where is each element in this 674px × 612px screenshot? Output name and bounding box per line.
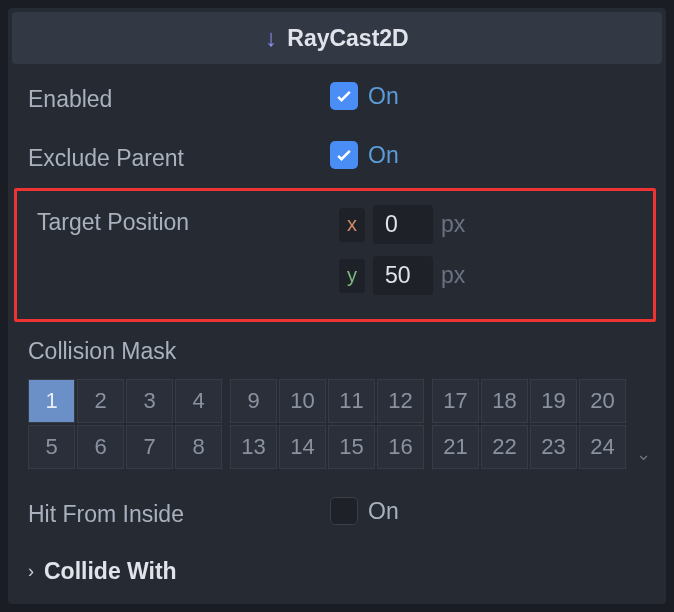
exclude-parent-label: Exclude Parent bbox=[28, 141, 318, 172]
mask-layer-13[interactable]: 13 bbox=[230, 425, 277, 469]
mask-layer-10[interactable]: 10 bbox=[279, 379, 326, 423]
target-position-y-input[interactable]: 50 bbox=[373, 256, 433, 295]
exclude-parent-checkbox[interactable] bbox=[330, 141, 358, 169]
mask-group: 12345678 bbox=[28, 379, 222, 469]
y-unit: px bbox=[441, 262, 465, 289]
target-position-y-row: y 50 px bbox=[339, 256, 633, 295]
mask-layer-8[interactable]: 8 bbox=[175, 425, 222, 469]
target-position-x-input[interactable]: 0 bbox=[373, 205, 433, 244]
mask-layer-23[interactable]: 23 bbox=[530, 425, 577, 469]
mask-layer-20[interactable]: 20 bbox=[579, 379, 626, 423]
mask-layer-1[interactable]: 1 bbox=[28, 379, 75, 423]
mask-layer-2[interactable]: 2 bbox=[77, 379, 124, 423]
property-collision-mask: Collision Mask 1234567891011121314151617… bbox=[8, 324, 666, 483]
x-axis-label: x bbox=[339, 208, 365, 242]
mask-layer-18[interactable]: 18 bbox=[481, 379, 528, 423]
chevron-down-icon[interactable]: ⌄ bbox=[636, 443, 651, 469]
property-exclude-parent: Exclude Parent On bbox=[8, 127, 666, 186]
mask-layer-24[interactable]: 24 bbox=[579, 425, 626, 469]
inspector-panel: ↓ RayCast2D Enabled On Exclude Parent On… bbox=[8, 8, 666, 604]
section-header[interactable]: ↓ RayCast2D bbox=[12, 12, 662, 64]
mask-group: 1718192021222324 bbox=[432, 379, 626, 469]
hit-from-inside-state: On bbox=[368, 498, 399, 525]
arrow-down-icon: ↓ bbox=[265, 24, 277, 52]
exclude-parent-state: On bbox=[368, 142, 399, 169]
expand-arrow-icon: › bbox=[28, 561, 34, 582]
collision-mask-grid: 123456789101112131415161718192021222324 bbox=[28, 379, 626, 469]
mask-layer-3[interactable]: 3 bbox=[126, 379, 173, 423]
mask-layer-7[interactable]: 7 bbox=[126, 425, 173, 469]
mask-layer-16[interactable]: 16 bbox=[377, 425, 424, 469]
mask-layer-22[interactable]: 22 bbox=[481, 425, 528, 469]
mask-layer-21[interactable]: 21 bbox=[432, 425, 479, 469]
enabled-label: Enabled bbox=[28, 82, 318, 113]
property-enabled: Enabled On bbox=[8, 68, 666, 127]
mask-layer-14[interactable]: 14 bbox=[279, 425, 326, 469]
property-hit-from-inside: Hit From Inside On bbox=[8, 483, 666, 542]
mask-layer-5[interactable]: 5 bbox=[28, 425, 75, 469]
property-target-position: Target Position x 0 px y 50 px bbox=[17, 191, 653, 309]
mask-layer-17[interactable]: 17 bbox=[432, 379, 479, 423]
mask-layer-12[interactable]: 12 bbox=[377, 379, 424, 423]
y-axis-label: y bbox=[339, 259, 365, 293]
enabled-checkbox[interactable] bbox=[330, 82, 358, 110]
mask-layer-6[interactable]: 6 bbox=[77, 425, 124, 469]
target-position-x-row: x 0 px bbox=[339, 205, 633, 244]
mask-layer-9[interactable]: 9 bbox=[230, 379, 277, 423]
mask-group: 910111213141516 bbox=[230, 379, 424, 469]
enabled-state: On bbox=[368, 83, 399, 110]
mask-layer-4[interactable]: 4 bbox=[175, 379, 222, 423]
x-unit: px bbox=[441, 211, 465, 238]
collide-with-label: Collide With bbox=[44, 558, 177, 585]
target-position-label: Target Position bbox=[37, 205, 327, 236]
mask-layer-15[interactable]: 15 bbox=[328, 425, 375, 469]
hit-from-inside-checkbox[interactable] bbox=[330, 497, 358, 525]
collision-mask-label: Collision Mask bbox=[28, 338, 646, 365]
mask-layer-19[interactable]: 19 bbox=[530, 379, 577, 423]
hit-from-inside-label: Hit From Inside bbox=[28, 497, 318, 528]
section-title: RayCast2D bbox=[287, 25, 408, 52]
property-collide-with[interactable]: › Collide With bbox=[8, 542, 666, 601]
mask-layer-11[interactable]: 11 bbox=[328, 379, 375, 423]
highlighted-region: Target Position x 0 px y 50 px bbox=[14, 188, 656, 322]
